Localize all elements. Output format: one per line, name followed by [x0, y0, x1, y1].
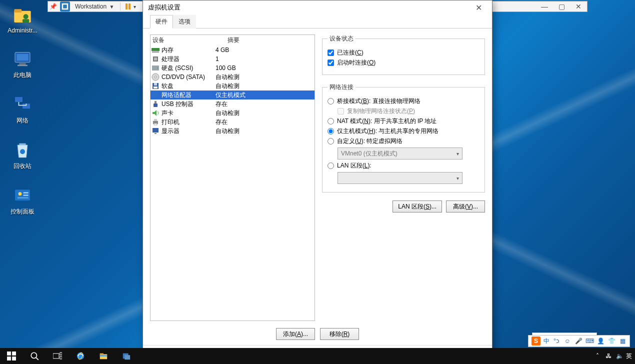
svg-rect-21 [152, 52, 159, 52]
device-summary: 1 [216, 56, 314, 62]
device-summary: 自动检测 [216, 127, 314, 136]
pin-icon[interactable]: 📌 [48, 3, 58, 10]
search-button[interactable] [23, 348, 46, 364]
ime-toolbar[interactable]: S 中 °ɔ ☺ 🎤 ⌨ 👤 👕 ▦ [528, 335, 630, 347]
ime-skin-icon[interactable]: 👕 [608, 337, 616, 345]
ime-toolbox-icon[interactable]: ▦ [618, 337, 626, 345]
svg-rect-53 [100, 354, 104, 356]
device-list[interactable]: 设备 摘要 内存4 GB处理器1硬盘 (SCSI)100 GBCD/DVD (S… [150, 34, 315, 321]
taskbar-app-explorer[interactable] [92, 348, 115, 364]
minimize-button[interactable]: ― [536, 2, 553, 12]
radio-hostonly[interactable]: 仅主机模式(H): 与主机共享的专用网络 [328, 127, 480, 136]
net-icon [152, 91, 160, 99]
device-name: 软盘 [162, 82, 174, 90]
device-row-cpu[interactable]: 处理器1 [150, 54, 314, 64]
svg-rect-33 [154, 101, 156, 104]
pause-button-icon[interactable] [124, 2, 132, 10]
checkbox-connected-input[interactable] [328, 50, 334, 56]
tray-volume-icon[interactable]: 🔈 [615, 352, 624, 360]
desktop-icon-administrator[interactable]: Administr... [5, 5, 40, 34]
svg-point-27 [154, 76, 156, 78]
device-row-disp[interactable]: 显示器自动检测 [150, 126, 314, 136]
radio-nat[interactable]: NAT 模式(N): 用于共享主机的 IP 地址 [328, 117, 480, 126]
device-row-usb[interactable]: USB 控制器存在 [150, 100, 314, 108]
svg-rect-37 [154, 119, 157, 121]
device-row-hdd[interactable]: 硬盘 (SCSI)100 GB [150, 64, 314, 72]
svg-marker-35 [152, 110, 156, 116]
radio-bridged[interactable]: 桥接模式(B): 直接连接物理网络 [328, 97, 480, 106]
radio-lan-segment[interactable]: LAN 区段(L): [328, 162, 480, 170]
taskview-button[interactable] [46, 348, 69, 364]
device-summary: 仅主机模式 [216, 91, 314, 100]
maximize-button[interactable]: ▢ [553, 2, 570, 12]
device-row-net[interactable]: 网络适配器仅主机模式 [150, 90, 314, 100]
tray-chevron-up-icon[interactable]: ˄ [593, 352, 602, 360]
tray-network-icon[interactable]: 🖧 [604, 352, 613, 360]
radio-custom[interactable]: 自定义(U): 特定虚拟网络 [328, 137, 480, 146]
control-panel-icon [12, 186, 32, 206]
checkbox-connected[interactable]: 已连接(C) [328, 48, 480, 57]
taskbar: ˄ 🖧 🔈 英 [0, 348, 635, 364]
device-summary: 存在 [216, 118, 314, 126]
svg-rect-19 [63, 4, 67, 8]
svg-rect-20 [152, 48, 160, 51]
ime-keyboard-icon[interactable]: ⌨ [586, 337, 594, 345]
remove-device-button[interactable]: 移除(R) [320, 328, 359, 340]
device-row-fdd[interactable]: 软盘自动检测 [150, 82, 314, 90]
device-name: CD/DVD (SATA) [162, 74, 205, 80]
icon-label: 控制面板 [10, 208, 34, 216]
svg-rect-56 [124, 355, 130, 360]
device-row-snd[interactable]: 声卡自动检测 [150, 108, 314, 118]
taskbar-app-ie[interactable] [69, 348, 92, 364]
svg-rect-32 [154, 97, 157, 98]
dialog-close-button[interactable]: ✕ [470, 2, 487, 14]
device-name: 处理器 [162, 55, 180, 64]
device-name: 打印机 [162, 118, 180, 126]
ime-lang[interactable]: 中 [544, 337, 550, 346]
close-button[interactable]: ✕ [570, 2, 587, 12]
start-button[interactable] [0, 348, 23, 364]
desktop-icon-recycle-bin[interactable]: 回收站 [5, 140, 40, 170]
checkbox-poweron-input[interactable] [328, 60, 334, 66]
tray-ime-indicator[interactable]: 英 [626, 352, 632, 360]
icon-label: Administr... [8, 27, 37, 34]
hdd-icon [152, 64, 160, 72]
svg-rect-43 [7, 356, 11, 360]
ime-punct-icon[interactable]: °ɔ [552, 337, 560, 345]
mem-icon [152, 46, 160, 54]
dialog-tabs: 硬件 选项 [143, 14, 492, 28]
svg-rect-54 [100, 355, 107, 356]
device-summary: 100 GB [216, 64, 314, 72]
device-name: USB 控制器 [162, 100, 194, 108]
svg-rect-31 [152, 92, 158, 96]
tab-hardware[interactable]: 硬件 [150, 15, 173, 28]
svg-rect-47 [53, 354, 59, 358]
desktop-icon-control-panel[interactable]: 控制面板 [5, 186, 40, 216]
sogou-logo-icon[interactable]: S [532, 336, 540, 346]
advanced-button[interactable]: 高级(V)... [446, 200, 485, 212]
device-name: 声卡 [162, 109, 174, 118]
svg-rect-48 [60, 352, 62, 355]
svg-point-11 [20, 149, 25, 154]
desktop-icon-network[interactable]: 网络 [5, 94, 40, 125]
icon-label: 此电脑 [14, 71, 32, 80]
system-tray: ˄ 🖧 🔈 英 [593, 348, 635, 364]
svg-point-2 [24, 14, 28, 19]
vmware-title[interactable]: Workstation ▼ [72, 3, 117, 10]
ime-user-icon[interactable]: 👤 [596, 337, 604, 345]
computer-icon [12, 49, 32, 69]
device-row-mem[interactable]: 内存4 GB [150, 46, 314, 54]
cpu-icon [152, 55, 160, 63]
lan-segments-button[interactable]: LAN 区段(S)... [392, 200, 442, 212]
checkbox-connect-at-poweron[interactable]: 启动时连接(O) [328, 58, 480, 67]
device-row-prn[interactable]: 打印机存在 [150, 118, 314, 126]
svg-rect-14 [24, 192, 28, 194]
add-device-button[interactable]: 添加(A)... [276, 328, 315, 340]
tab-options[interactable]: 选项 [173, 15, 196, 28]
desktop-icon-this-pc[interactable]: 此电脑 [5, 49, 40, 80]
ime-smile-icon[interactable]: ☺ [564, 337, 572, 345]
device-row-cd[interactable]: CD/DVD (SATA)自动检测 [150, 72, 314, 82]
taskbar-app-server-manager[interactable] [115, 348, 138, 364]
checkbox-replicate-state: 复制物理网络连接状态(P) [338, 107, 480, 116]
ime-mic-icon[interactable]: 🎤 [574, 337, 582, 345]
